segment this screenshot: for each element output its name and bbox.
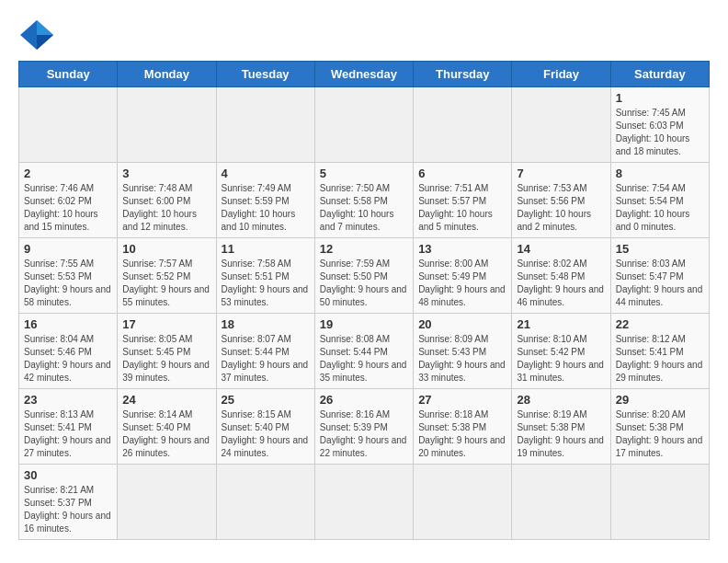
calendar-cell: 2Sunrise: 7:46 AM Sunset: 6:02 PM Daylig… xyxy=(19,163,118,238)
day-number: 5 xyxy=(320,167,408,180)
calendar-cell: 21Sunrise: 8:10 AM Sunset: 5:42 PM Dayli… xyxy=(512,314,610,389)
calendar-cell xyxy=(118,465,216,540)
day-number: 1 xyxy=(616,91,704,105)
day-number: 26 xyxy=(320,393,408,407)
weekday-header: Saturday xyxy=(610,62,709,87)
logo-icon xyxy=(18,18,55,52)
calendar-cell: 15Sunrise: 8:03 AM Sunset: 5:47 PM Dayli… xyxy=(610,238,709,314)
day-info: Sunrise: 8:14 AM Sunset: 5:40 PM Dayligh… xyxy=(122,408,210,460)
calendar-cell: 25Sunrise: 8:15 AM Sunset: 5:40 PM Dayli… xyxy=(216,389,314,465)
calendar-cell: 23Sunrise: 8:13 AM Sunset: 5:41 PM Dayli… xyxy=(19,389,118,465)
calendar-cell: 27Sunrise: 8:18 AM Sunset: 5:38 PM Dayli… xyxy=(414,389,512,465)
calendar-cell xyxy=(118,87,216,163)
day-info: Sunrise: 7:45 AM Sunset: 6:03 PM Dayligh… xyxy=(616,107,704,158)
calendar-week-row: 23Sunrise: 8:13 AM Sunset: 5:41 PM Dayli… xyxy=(19,389,710,465)
calendar-cell: 8Sunrise: 7:54 AM Sunset: 5:54 PM Daylig… xyxy=(610,163,709,238)
calendar-cell xyxy=(19,87,118,163)
day-number: 20 xyxy=(418,317,506,331)
weekday-header: Friday xyxy=(512,62,610,87)
day-info: Sunrise: 7:49 AM Sunset: 5:59 PM Dayligh… xyxy=(222,182,310,234)
day-info: Sunrise: 8:18 AM Sunset: 5:38 PM Dayligh… xyxy=(418,408,506,460)
day-info: Sunrise: 8:04 AM Sunset: 5:46 PM Dayligh… xyxy=(24,333,112,385)
day-number: 29 xyxy=(616,393,704,407)
day-number: 18 xyxy=(222,317,310,331)
header xyxy=(18,18,710,52)
day-info: Sunrise: 7:58 AM Sunset: 5:51 PM Dayligh… xyxy=(222,258,310,309)
day-info: Sunrise: 7:50 AM Sunset: 5:58 PM Dayligh… xyxy=(320,182,408,234)
day-info: Sunrise: 7:46 AM Sunset: 6:02 PM Dayligh… xyxy=(24,182,112,234)
calendar-cell: 17Sunrise: 8:05 AM Sunset: 5:45 PM Dayli… xyxy=(118,314,216,389)
calendar-cell: 6Sunrise: 7:51 AM Sunset: 5:57 PM Daylig… xyxy=(414,163,512,238)
weekday-header: Thursday xyxy=(414,62,512,87)
calendar-cell xyxy=(414,465,512,540)
day-number: 23 xyxy=(24,393,112,407)
day-number: 15 xyxy=(616,242,704,256)
weekday-header: Tuesday xyxy=(216,62,314,87)
day-info: Sunrise: 8:16 AM Sunset: 5:39 PM Dayligh… xyxy=(320,408,408,460)
day-info: Sunrise: 7:59 AM Sunset: 5:50 PM Dayligh… xyxy=(320,258,408,309)
calendar-cell xyxy=(216,465,314,540)
calendar-cell: 30Sunrise: 8:21 AM Sunset: 5:37 PM Dayli… xyxy=(19,465,118,540)
calendar-cell: 1Sunrise: 7:45 AM Sunset: 6:03 PM Daylig… xyxy=(610,87,709,163)
day-number: 4 xyxy=(222,167,310,180)
weekday-header: Wednesday xyxy=(314,62,413,87)
day-number: 17 xyxy=(122,317,210,331)
day-info: Sunrise: 8:03 AM Sunset: 5:47 PM Dayligh… xyxy=(616,258,704,309)
calendar-cell: 13Sunrise: 8:00 AM Sunset: 5:49 PM Dayli… xyxy=(414,238,512,314)
calendar-cell: 22Sunrise: 8:12 AM Sunset: 5:41 PM Dayli… xyxy=(610,314,709,389)
weekday-header-row: SundayMondayTuesdayWednesdayThursdayFrid… xyxy=(19,62,710,87)
day-info: Sunrise: 8:10 AM Sunset: 5:42 PM Dayligh… xyxy=(517,333,605,385)
calendar-cell xyxy=(216,87,314,163)
day-info: Sunrise: 8:05 AM Sunset: 5:45 PM Dayligh… xyxy=(122,333,210,385)
day-info: Sunrise: 8:19 AM Sunset: 5:38 PM Dayligh… xyxy=(517,408,605,460)
calendar-cell xyxy=(512,87,610,163)
day-info: Sunrise: 8:13 AM Sunset: 5:41 PM Dayligh… xyxy=(24,408,112,460)
day-number: 9 xyxy=(24,242,112,256)
day-number: 7 xyxy=(517,167,605,180)
day-number: 24 xyxy=(122,393,210,407)
calendar-cell xyxy=(512,465,610,540)
day-info: Sunrise: 8:12 AM Sunset: 5:41 PM Dayligh… xyxy=(616,333,704,385)
calendar-cell: 10Sunrise: 7:57 AM Sunset: 5:52 PM Dayli… xyxy=(118,238,216,314)
day-number: 3 xyxy=(122,167,210,180)
calendar-cell: 18Sunrise: 8:07 AM Sunset: 5:44 PM Dayli… xyxy=(216,314,314,389)
calendar-cell: 26Sunrise: 8:16 AM Sunset: 5:39 PM Dayli… xyxy=(314,389,413,465)
calendar-cell: 3Sunrise: 7:48 AM Sunset: 6:00 PM Daylig… xyxy=(118,163,216,238)
day-number: 6 xyxy=(418,167,506,180)
calendar-cell: 24Sunrise: 8:14 AM Sunset: 5:40 PM Dayli… xyxy=(118,389,216,465)
day-number: 14 xyxy=(517,242,605,256)
day-number: 22 xyxy=(616,317,704,331)
calendar-week-row: 2Sunrise: 7:46 AM Sunset: 6:02 PM Daylig… xyxy=(19,163,710,238)
calendar-week-row: 16Sunrise: 8:04 AM Sunset: 5:46 PM Dayli… xyxy=(19,314,710,389)
day-number: 19 xyxy=(320,317,408,331)
weekday-header: Sunday xyxy=(19,62,118,87)
day-info: Sunrise: 8:15 AM Sunset: 5:40 PM Dayligh… xyxy=(222,408,310,460)
day-info: Sunrise: 7:57 AM Sunset: 5:52 PM Dayligh… xyxy=(122,258,210,309)
calendar-cell xyxy=(314,87,413,163)
day-number: 13 xyxy=(418,242,506,256)
calendar-cell: 16Sunrise: 8:04 AM Sunset: 5:46 PM Dayli… xyxy=(19,314,118,389)
svg-marker-1 xyxy=(37,20,53,35)
day-info: Sunrise: 7:48 AM Sunset: 6:00 PM Dayligh… xyxy=(122,182,210,234)
day-info: Sunrise: 8:21 AM Sunset: 5:37 PM Dayligh… xyxy=(24,484,112,535)
day-number: 30 xyxy=(24,468,112,482)
calendar-cell: 28Sunrise: 8:19 AM Sunset: 5:38 PM Dayli… xyxy=(512,389,610,465)
calendar-cell: 29Sunrise: 8:20 AM Sunset: 5:38 PM Dayli… xyxy=(610,389,709,465)
calendar-cell: 19Sunrise: 8:08 AM Sunset: 5:44 PM Dayli… xyxy=(314,314,413,389)
day-number: 12 xyxy=(320,242,408,256)
calendar-week-row: 1Sunrise: 7:45 AM Sunset: 6:03 PM Daylig… xyxy=(19,87,710,163)
calendar-cell: 14Sunrise: 8:02 AM Sunset: 5:48 PM Dayli… xyxy=(512,238,610,314)
day-info: Sunrise: 8:02 AM Sunset: 5:48 PM Dayligh… xyxy=(517,258,605,309)
day-info: Sunrise: 8:00 AM Sunset: 5:49 PM Dayligh… xyxy=(418,258,506,309)
day-info: Sunrise: 7:51 AM Sunset: 5:57 PM Dayligh… xyxy=(418,182,506,234)
day-number: 11 xyxy=(222,242,310,256)
calendar-cell: 4Sunrise: 7:49 AM Sunset: 5:59 PM Daylig… xyxy=(216,163,314,238)
day-number: 10 xyxy=(122,242,210,256)
day-info: Sunrise: 7:53 AM Sunset: 5:56 PM Dayligh… xyxy=(517,182,605,234)
logo xyxy=(18,18,59,52)
day-number: 8 xyxy=(616,167,704,180)
calendar-cell: 12Sunrise: 7:59 AM Sunset: 5:50 PM Dayli… xyxy=(314,238,413,314)
calendar-cell: 11Sunrise: 7:58 AM Sunset: 5:51 PM Dayli… xyxy=(216,238,314,314)
calendar-cell: 9Sunrise: 7:55 AM Sunset: 5:53 PM Daylig… xyxy=(19,238,118,314)
day-number: 25 xyxy=(222,393,310,407)
